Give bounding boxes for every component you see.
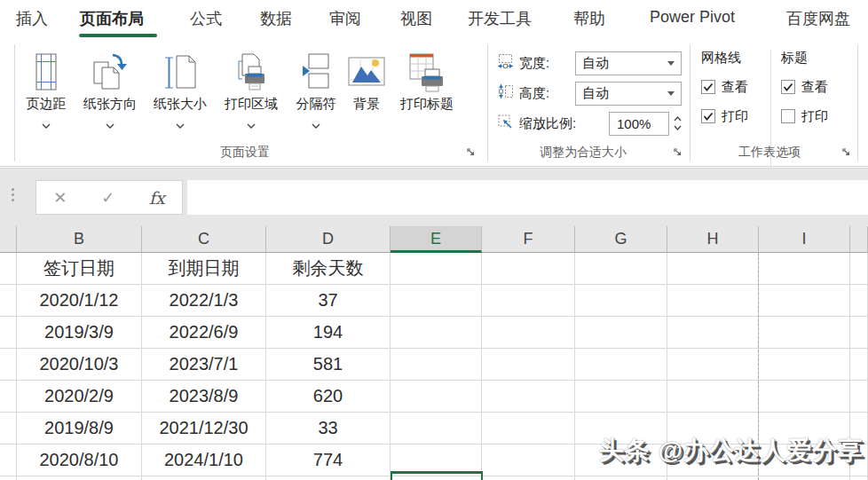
column-header-g[interactable]: G [575,226,667,253]
cell[interactable] [482,445,575,476]
cell[interactable] [759,349,850,381]
formula-input[interactable] [187,180,868,215]
cell[interactable] [850,381,868,413]
tab-view[interactable]: 视图 [400,8,432,29]
table-header-cell[interactable]: 到期日期 [142,253,266,285]
cell[interactable] [667,476,759,480]
scale-spinner[interactable] [674,116,682,130]
cell[interactable] [759,381,850,413]
column-header-a[interactable] [0,226,17,253]
cell[interactable] [266,476,391,480]
cell[interactable] [391,317,482,349]
cell[interactable] [482,253,575,285]
cell[interactable] [391,285,482,317]
tab-help[interactable]: 帮助 [573,8,605,29]
tab-review[interactable]: 审阅 [329,8,361,29]
headings-view-checkbox[interactable] [781,80,795,94]
cell[interactable] [850,476,868,480]
cell[interactable] [850,253,868,285]
gridlines-print-checkbox[interactable] [701,109,715,123]
cancel-icon[interactable]: ✕ [53,188,67,208]
cell[interactable] [391,381,482,413]
column-header-e-selected[interactable]: E [391,226,482,253]
cell[interactable] [0,413,17,445]
tab-baidu-netdisk[interactable]: 百度网盘 [786,8,850,29]
cell[interactable] [667,381,759,413]
table-cell[interactable]: 2023/7/1 [142,349,266,381]
cell[interactable] [667,317,759,349]
cell[interactable] [759,317,850,349]
table-cell[interactable]: 581 [266,349,391,381]
cell[interactable] [0,381,17,413]
cell[interactable] [0,317,17,349]
print-titles-button[interactable]: 打印标题 [389,47,465,139]
margins-button[interactable]: 页边距 [18,47,75,139]
cell[interactable] [482,285,575,317]
tab-insert[interactable]: 插入 [16,8,48,29]
dialog-launcher-icon[interactable] [672,146,684,158]
column-header-c[interactable]: C [142,226,266,253]
width-select[interactable]: 自动 [575,51,682,75]
cell[interactable] [391,253,482,285]
table-cell[interactable]: 33 [266,413,391,445]
cell[interactable] [759,285,850,317]
table-cell[interactable]: 2019/8/9 [17,413,142,445]
cell[interactable] [575,317,667,349]
insert-function-icon[interactable]: fx [149,188,165,208]
cell[interactable] [850,349,868,381]
scale-input[interactable]: 100% [609,112,669,136]
table-header-cell[interactable]: 剩余天数 [266,253,391,285]
table-cell[interactable]: 774 [266,445,391,476]
cell[interactable] [667,253,759,285]
formula-bar-drag-handle[interactable] [12,188,14,201]
table-header-cell[interactable]: 签订日期 [17,253,142,285]
column-header-i[interactable]: I [759,226,850,253]
cell[interactable] [17,476,142,480]
cell[interactable] [575,381,667,413]
cell[interactable] [0,476,17,480]
height-select[interactable]: 自动 [575,82,682,106]
headings-print-checkbox[interactable] [781,109,795,123]
cell[interactable] [575,349,667,381]
table-cell[interactable]: 2022/1/3 [142,285,266,317]
table-cell[interactable]: 620 [266,381,391,413]
column-header-b[interactable]: B [17,226,142,253]
cell[interactable] [391,413,482,445]
column-header-d[interactable]: D [266,226,391,253]
cell[interactable] [142,476,266,480]
table-cell[interactable]: 2020/10/3 [17,349,142,381]
cell[interactable] [0,285,17,317]
table-cell[interactable]: 2022/6/9 [142,317,266,349]
cell[interactable] [482,317,575,349]
table-cell[interactable]: 2023/8/9 [142,381,266,413]
cell[interactable] [850,317,868,349]
breaks-button[interactable]: 分隔符 [288,47,344,139]
tab-page-layout[interactable]: 页面布局 [80,8,144,29]
table-cell[interactable]: 2020/8/10 [17,445,142,476]
cell[interactable] [575,253,667,285]
table-cell[interactable]: 2024/1/10 [142,445,266,476]
table-cell[interactable]: 2021/12/30 [142,413,266,445]
cell[interactable] [482,413,575,445]
cell[interactable] [391,349,482,381]
paper-size-button[interactable]: 纸张大小 [146,47,215,139]
dialog-launcher-icon[interactable] [840,146,853,158]
tab-data[interactable]: 数据 [260,8,292,29]
cell[interactable] [482,476,575,480]
cell[interactable] [0,349,17,381]
cell[interactable] [0,253,17,285]
enter-icon[interactable]: ✓ [101,188,114,208]
tab-formulas[interactable]: 公式 [190,8,222,29]
table-cell[interactable]: 2020/1/12 [17,285,142,317]
cell[interactable] [482,349,575,381]
background-button[interactable]: 背景 [344,47,389,139]
table-cell[interactable]: 37 [266,285,391,317]
gridlines-view-checkbox[interactable] [701,80,715,94]
tab-developer[interactable]: 开发工具 [468,8,532,29]
tab-power-pivot[interactable]: Power Pivot [650,8,735,27]
cell[interactable] [0,445,17,476]
table-cell[interactable]: 194 [266,317,391,349]
table-cell[interactable]: 2019/3/9 [17,317,142,349]
orientation-button[interactable]: 纸张方向 [75,47,146,139]
column-header-j[interactable] [850,226,868,253]
